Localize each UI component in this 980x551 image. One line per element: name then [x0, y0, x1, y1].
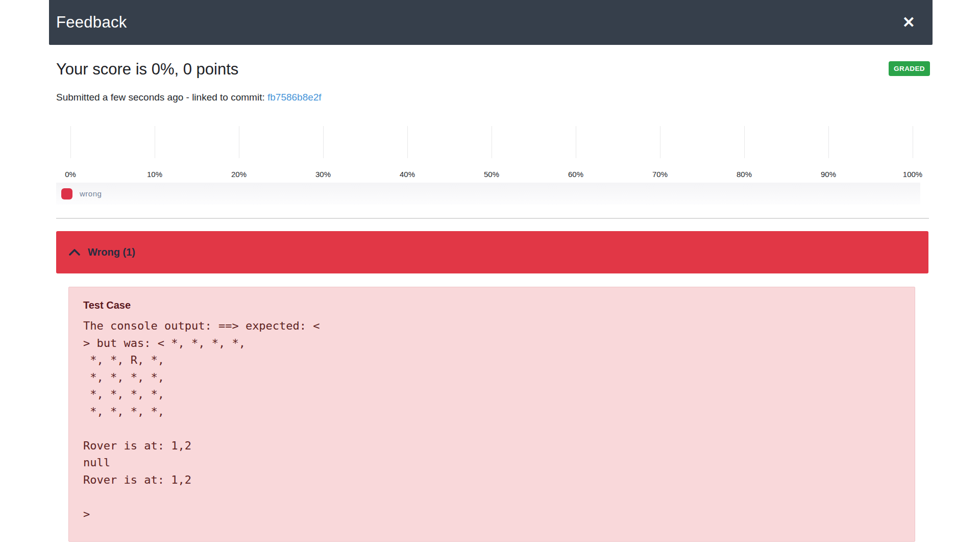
chart-gridline	[407, 126, 408, 158]
chart-gridline	[660, 126, 660, 158]
test-case-card: Test Case The console output: ==> expect…	[68, 287, 915, 542]
chart-gridline	[744, 126, 745, 158]
page: Feedback ✕ Your score is 0%, 0 points GR…	[0, 0, 980, 551]
chart-tick-label: 60%	[553, 170, 599, 179]
chart-tick-label: 40%	[384, 170, 430, 179]
chart-gridline	[323, 126, 324, 158]
divider	[56, 218, 929, 219]
chart-tick-label: 100%	[890, 170, 936, 179]
legend-swatch-icon	[61, 188, 72, 199]
commit-link[interactable]: fb7586b8e2f	[267, 92, 322, 103]
chart-tick-label: 10%	[132, 170, 178, 179]
chart-gridline	[155, 126, 155, 158]
chart-gridline	[70, 126, 71, 158]
chart-tick-label: 20%	[216, 170, 262, 179]
chevron-up-icon	[69, 249, 80, 256]
chart-legend: wrong	[56, 183, 920, 205]
chart-gridline	[828, 126, 829, 158]
modal-header: Feedback ✕	[49, 0, 933, 45]
legend-label: wrong	[80, 189, 102, 198]
submitted-text: Submitted a few seconds ago - linked to …	[56, 92, 267, 103]
submitted-line: Submitted a few seconds ago - linked to …	[56, 92, 322, 103]
score-heading: Your score is 0%, 0 points	[56, 60, 238, 79]
chart-gridline	[239, 126, 239, 158]
chart-tick-label: 30%	[300, 170, 346, 179]
legend-item-wrong[interactable]: wrong	[61, 188, 102, 199]
chart-tick-label: 80%	[721, 170, 767, 179]
chart-gridline	[576, 126, 576, 158]
wrong-section-toggle[interactable]: Wrong (1)	[56, 231, 928, 273]
wrong-section-label: Wrong (1)	[88, 246, 135, 258]
console-output: The console output: ==> expected: < > bu…	[83, 317, 900, 522]
chart-tick-label: 50%	[469, 170, 514, 179]
test-case-heading: Test Case	[83, 299, 900, 311]
modal-title: Feedback	[56, 13, 127, 32]
chart-tick-label: 90%	[805, 170, 851, 179]
chart-gridline	[913, 126, 913, 158]
chart-tick-label: 0%	[47, 170, 93, 179]
close-icon[interactable]: ✕	[900, 13, 917, 32]
status-badge: GRADED	[889, 61, 930, 76]
chart-gridline	[492, 126, 492, 158]
score-chart: 0%10%20%30%40%50%60%70%80%90%100%	[56, 126, 924, 182]
chart-tick-label: 70%	[637, 170, 683, 179]
